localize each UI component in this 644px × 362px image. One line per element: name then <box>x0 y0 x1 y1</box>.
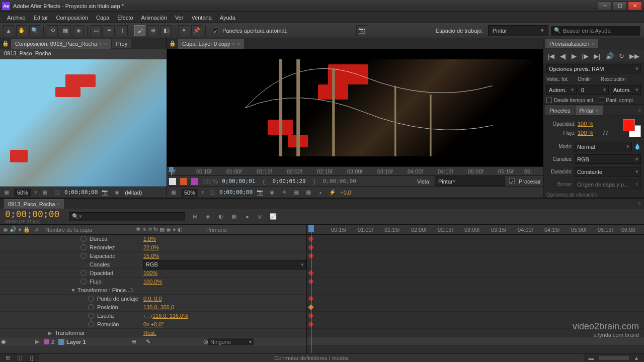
toggle-switches-button[interactable]: Conmutar definidores / modos <box>39 354 584 362</box>
visibility-icon[interactable]: ◉ <box>0 338 7 345</box>
stopwatch-icon[interactable] <box>80 270 87 276</box>
parent-select[interactable]: Ninguno <box>208 338 254 345</box>
property-value[interactable]: 0,0, 0,0 <box>143 296 162 302</box>
property-row[interactable]: Redondez22,0% <box>0 243 306 252</box>
zoom-out-icon[interactable]: ▬ <box>587 353 596 363</box>
paint-tab[interactable]: Pintar × <box>576 106 603 115</box>
auto-open-checkbox[interactable]: ✓ <box>213 28 218 33</box>
foreground-color[interactable] <box>623 119 635 131</box>
close-tab-icon[interactable]: × <box>596 108 598 113</box>
disclosure-icon[interactable]: ▶ <box>48 330 53 336</box>
property-value[interactable]: 1,0% <box>143 236 156 242</box>
lock-icon[interactable]: 🔒 <box>2 40 9 47</box>
grid-icon[interactable]: ▦ <box>2 188 11 197</box>
frame-blend-icon[interactable]: ▦ <box>229 212 238 221</box>
graph-editor-icon[interactable]: 📈 <box>269 212 278 221</box>
reset-link[interactable]: Rest. <box>143 330 156 336</box>
shape-tool[interactable]: ▭ <box>91 25 102 36</box>
menu-capa[interactable]: Capa <box>92 13 113 22</box>
transform-group-row[interactable]: ▼ Transformar : Pince...1 <box>0 286 306 295</box>
property-dropdown[interactable]: RGB <box>143 260 306 269</box>
timeline-timecode[interactable]: 0;00;00;00 <box>0 209 64 219</box>
pen-tool[interactable]: ✒ <box>104 25 115 36</box>
property-row[interactable]: Dureza1,0% <box>0 235 306 243</box>
camera-tool[interactable]: ▦ <box>60 25 71 36</box>
next-frame-button[interactable]: |▶ <box>582 52 588 60</box>
layer-time-ruler[interactable]: 0f 00:15f 01:00f 01:15f 02:00f 02:15f 03… <box>167 166 543 175</box>
help-search[interactable]: 🔍 Buscar en la Ayuda <box>550 25 641 36</box>
layer-transform-row[interactable]: ▶ Transformar Rest. <box>0 329 306 337</box>
layer-row[interactable]: ◉ ▶ 2 Layer 1 ⊕ ✎ ◎ Ninguno <box>0 337 306 346</box>
playhead-line[interactable] <box>311 235 311 353</box>
workspace-select[interactable]: Pintar <box>488 25 548 36</box>
vista-select[interactable]: Pintar <box>435 176 505 186</box>
property-value[interactable]: 0x +0,0° <box>143 321 164 327</box>
composition-tab[interactable]: Composición: 0913_Paco_Rocha ▾ × <box>11 39 111 49</box>
property-row[interactable]: Rotación0x +0,0° <box>0 320 306 329</box>
snapshot-icon[interactable]: 📷 <box>101 188 110 197</box>
timeline-tab[interactable]: 0913_Paco_Rocha × <box>4 199 64 209</box>
lock-icon[interactable]: 🔒 <box>169 40 176 47</box>
rotation-tool[interactable]: ⟲ <box>47 25 58 36</box>
menu-ver[interactable]: Ver <box>171 13 188 22</box>
resolution-icon[interactable]: ▦ <box>40 188 49 197</box>
close-tab-icon[interactable]: × <box>104 41 107 46</box>
property-row[interactable]: Escala⊂⊃ 116,0, 116,0% <box>0 312 306 320</box>
eyedropper-icon[interactable]: 💧 <box>634 143 641 150</box>
project-tab[interactable]: Proy <box>112 39 132 48</box>
region-icon[interactable]: ◫ <box>207 188 216 197</box>
minimize-button[interactable]: ─ <box>598 2 612 11</box>
channel-icon[interactable]: ◉ <box>268 188 277 197</box>
motion-blur-icon[interactable]: ● <box>243 212 252 221</box>
comp-mini-flowchart-icon[interactable]: ⊞ <box>190 212 199 221</box>
layer-tab[interactable]: Capa: Layer 0 copy ▾ × <box>178 39 244 49</box>
playhead[interactable] <box>311 225 311 234</box>
panel-menu-icon[interactable]: ≡ <box>638 41 641 47</box>
audio-button[interactable]: 🔊 <box>606 52 614 60</box>
brushes-tab[interactable]: Pinceles <box>545 106 575 115</box>
property-value[interactable]: 100,0% <box>143 279 162 285</box>
stopwatch-icon[interactable] <box>88 296 94 302</box>
flow-value[interactable]: 100 % <box>578 130 593 136</box>
layer-name[interactable]: Layer 1 <box>66 339 132 345</box>
menu-editar[interactable]: Editar <box>30 13 52 22</box>
puppet-tool[interactable]: 📌 <box>191 25 202 36</box>
stopwatch-icon[interactable] <box>80 244 87 250</box>
stopwatch-icon[interactable] <box>88 304 94 310</box>
property-row[interactable]: CanalesRGB <box>0 260 306 269</box>
stopwatch-icon[interactable] <box>88 321 94 327</box>
opacity-value[interactable]: 100 % <box>578 121 593 127</box>
time-out[interactable]: 0;00;05;29 <box>272 178 305 185</box>
exposure-icon[interactable]: ☀ <box>280 188 289 197</box>
property-row[interactable]: Opacidad100% <box>0 269 306 278</box>
ram-preview-select[interactable]: Opciones previs. RAM <box>546 64 641 73</box>
fullscreen-checkbox[interactable] <box>599 98 604 103</box>
snapshot-icon[interactable]: 📷 <box>356 25 367 36</box>
prev-frame-button[interactable]: ◀| <box>560 52 567 60</box>
disclosure-icon[interactable]: ▼ <box>70 287 75 293</box>
preview-tab[interactable]: Previsualización × <box>545 39 598 48</box>
snapshot-icon[interactable]: 📷 <box>256 188 265 197</box>
timeline-tracks[interactable] <box>307 235 644 353</box>
hide-shy-icon[interactable]: ◐ <box>216 212 225 221</box>
close-tab-icon[interactable]: × <box>57 202 60 207</box>
property-row[interactable]: Posición135,0, 355,0 <box>0 303 306 312</box>
menu-ventana[interactable]: Ventana <box>187 13 215 22</box>
first-frame-button[interactable]: |◀ <box>548 52 554 60</box>
resolution-select[interactable]: Autom. <box>611 85 641 95</box>
disclosure-icon[interactable]: ▶ <box>35 338 40 345</box>
menu-animacion[interactable]: Animación <box>137 13 171 22</box>
timeline-search[interactable]: 🔍 ▾ <box>69 212 185 221</box>
zoom-tool[interactable]: 🔍 <box>29 25 40 36</box>
stopwatch-icon[interactable] <box>80 279 87 285</box>
pixel-icon[interactable]: ▪ <box>316 188 325 197</box>
time-in[interactable]: 0;00;00;01 <box>222 178 255 185</box>
menu-archivo[interactable]: Archivo <box>3 13 30 22</box>
last-frame-button[interactable]: ▶| <box>594 52 600 60</box>
property-value[interactable]: 116,0, 116,0% <box>152 313 188 319</box>
toggle-switches-icon[interactable]: ⊞ <box>3 353 12 363</box>
text-tool[interactable]: T <box>117 25 128 36</box>
fast-preview-icon[interactable]: ⚡ <box>328 188 337 197</box>
exposure-value[interactable]: +0,0 <box>340 190 351 196</box>
clone-tool[interactable]: ⊕ <box>147 25 158 36</box>
